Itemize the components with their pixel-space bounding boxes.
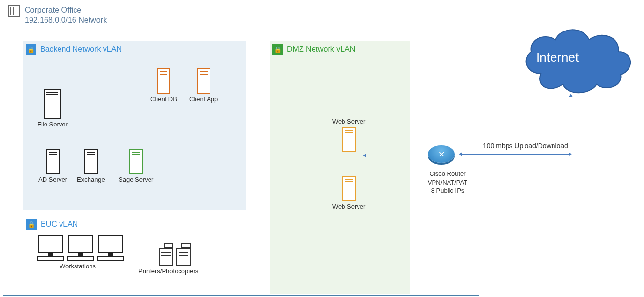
- server-icon: [342, 176, 356, 201]
- corporate-subnet: 192.168.0.0/16 Network: [25, 16, 107, 26]
- web-server-2-label: Web Server: [332, 203, 365, 210]
- workstation-icon: [37, 235, 64, 261]
- router-label: Cisco Router VPN/NAT/PAT 8 Public IPs: [421, 170, 474, 195]
- sage-label: Sage Server: [119, 176, 153, 183]
- web-server-1: Web Server: [332, 118, 365, 152]
- backend-title: Backend Network vLAN: [40, 45, 122, 54]
- workstation-group: [37, 235, 124, 261]
- exchange-label: Exchange: [77, 176, 105, 183]
- sage-server: Sage Server: [119, 149, 153, 183]
- printers-label: Printers/Photocopiers: [138, 267, 198, 275]
- corporate-header: Corporate Office 192.168.0.0/16 Network: [3, 1, 479, 30]
- server-icon: [197, 68, 210, 94]
- ad-server-label: AD Server: [38, 176, 67, 183]
- euc-header: 🔒 EUC vLAN: [23, 216, 246, 233]
- building-icon: [8, 5, 20, 17]
- server-icon: [342, 127, 356, 152]
- link-label: 100 mbps Upload/Download: [483, 142, 568, 150]
- server-icon: [129, 149, 143, 174]
- lock-icon: 🔒: [26, 219, 37, 230]
- printer-group: [159, 243, 191, 266]
- lock-icon: 🔒: [272, 44, 283, 55]
- server-icon: [44, 89, 61, 119]
- ad-server: AD Server: [38, 149, 67, 183]
- client-app-label: Client App: [189, 95, 218, 103]
- arrow-router-link: [460, 154, 571, 155]
- client-db-server: Client DB: [150, 68, 177, 103]
- router-line2: VPN/NAT/PAT: [421, 178, 474, 187]
- server-icon: [157, 68, 170, 94]
- cisco-router: ✕: [428, 145, 455, 163]
- file-server-label: File Server: [37, 121, 68, 128]
- dmz-title: DMZ Network vLAN: [287, 45, 355, 54]
- euc-title: EUC vLAN: [41, 220, 78, 229]
- dmz-header: 🔒 DMZ Network vLAN: [270, 41, 410, 58]
- client-db-label: Client DB: [150, 95, 177, 103]
- euc-vlan: 🔒 EUC vLAN Workstations Printers/Photoco…: [23, 216, 246, 294]
- arrow-link-internet: [571, 95, 571, 155]
- corporate-name: Corporate Office: [25, 5, 107, 16]
- server-icon: [46, 149, 60, 174]
- arrow-dmz-router: [364, 156, 429, 156]
- file-server: File Server: [37, 89, 68, 128]
- printer-icon: [176, 243, 191, 266]
- backend-header: 🔒 Backend Network vLAN: [23, 41, 246, 58]
- internet-label: Internet: [536, 50, 579, 65]
- dmz-vlan: 🔒 DMZ Network vLAN Web Server Web Server: [270, 41, 410, 294]
- web-server-2: Web Server: [332, 176, 365, 210]
- workstations-label: Workstations: [60, 263, 96, 270]
- workstation-icon: [97, 235, 124, 261]
- corporate-title: Corporate Office 192.168.0.0/16 Network: [25, 5, 107, 26]
- client-app-server: Client App: [189, 68, 218, 103]
- web-server-1-label: Web Server: [332, 118, 365, 125]
- lock-icon: 🔒: [26, 44, 36, 55]
- exchange-server: Exchange: [77, 149, 105, 183]
- corporate-office-container: Corporate Office 192.168.0.0/16 Network …: [3, 1, 479, 296]
- printer-icon: [159, 243, 173, 266]
- server-icon: [84, 149, 98, 174]
- router-name: Cisco Router: [421, 170, 474, 178]
- backend-vlan: 🔒 Backend Network vLAN File Server Clien…: [23, 41, 246, 210]
- workstation-icon: [67, 235, 94, 261]
- router-icon: ✕: [428, 145, 455, 163]
- router-line3: 8 Public IPs: [421, 187, 474, 195]
